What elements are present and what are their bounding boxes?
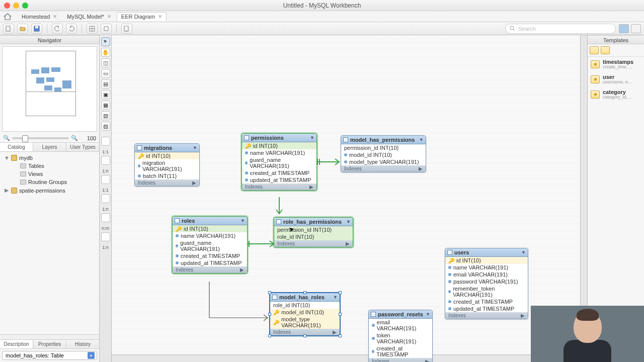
folder-icon xyxy=(20,171,26,176)
collapse-icon[interactable]: ▼ xyxy=(521,250,526,255)
rel-1-n-id-tool[interactable] xyxy=(101,194,110,203)
minimize-window-button[interactable] xyxy=(13,3,19,9)
rel-n-m-tool[interactable] xyxy=(101,213,110,222)
window-title: Untitled - MySQL Workbench xyxy=(283,2,361,9)
rel-label: n:m xyxy=(102,226,109,231)
collapse-icon[interactable]: ▼ xyxy=(333,295,338,300)
close-icon[interactable]: ✕ xyxy=(158,14,162,19)
catalog-tree[interactable]: ▼mydb Tables Views Routine Groups ▶spati… xyxy=(0,152,99,197)
undo-button[interactable] xyxy=(52,24,63,34)
zoom-window-button[interactable] xyxy=(22,3,28,9)
table-permissions[interactable]: permissions▼ 🔑id INT(10) name VARCHAR(19… xyxy=(242,133,317,191)
subtab-properties[interactable]: Properties xyxy=(33,340,66,348)
image-tool[interactable]: ▣ xyxy=(101,90,110,99)
rel-1-1-nonid-tool[interactable] xyxy=(101,137,110,146)
table-icon xyxy=(343,137,348,142)
rel-label: 1:1 xyxy=(102,188,109,193)
template-apply-icon[interactable] xyxy=(601,46,610,54)
align-toggle-button[interactable] xyxy=(101,24,112,34)
open-file-button[interactable] xyxy=(17,24,28,34)
template-item-category[interactable]: ★ categorycategory_id, ... xyxy=(588,87,644,102)
navigator-minimap[interactable] xyxy=(2,46,97,132)
close-window-button[interactable] xyxy=(4,3,10,9)
template-item-user[interactable]: ★ userusername, e... xyxy=(588,72,644,87)
layer-tool[interactable]: ▭ xyxy=(101,69,110,78)
template-icon: ★ xyxy=(591,60,600,68)
note-tool[interactable]: ▤ xyxy=(101,79,110,88)
eraser-tool[interactable]: ◫ xyxy=(101,58,110,67)
grid-toggle-button[interactable] xyxy=(87,24,98,34)
key-icon: 🔑 xyxy=(273,310,279,315)
diagram-canvas[interactable]: migrations▼ 🔑id INT(10) migration VARCHA… xyxy=(112,35,588,362)
template-icon: ★ xyxy=(591,75,600,83)
key-icon: 🔑 xyxy=(273,320,279,325)
database-icon xyxy=(11,155,17,161)
zoom-control: 🔍 🔍 100 xyxy=(0,134,99,143)
dropdown-icon[interactable]: ▾ xyxy=(88,352,95,359)
object-lookup-field[interactable]: ▾ xyxy=(2,351,97,360)
template-icon: ★ xyxy=(591,90,600,99)
table-migrations[interactable]: migrations▼ 🔑id INT(10) migration VARCHA… xyxy=(134,143,200,187)
tab-mysql-model[interactable]: MySQL Model*✕ xyxy=(62,12,116,21)
subtab-user-types[interactable]: User Types xyxy=(66,143,99,151)
table-model-has-permissions[interactable]: model_has_permissions▼ permission_id INT… xyxy=(341,135,426,172)
presenter-webcam xyxy=(531,306,644,362)
table-icon xyxy=(244,135,249,140)
tab-homestead[interactable]: Homestead✕ xyxy=(17,12,61,21)
routine-tool[interactable]: ▨ xyxy=(101,122,110,131)
collapse-icon[interactable]: ▼ xyxy=(240,218,245,223)
pointer-tool[interactable] xyxy=(101,37,110,46)
zoom-in-icon[interactable]: 🔍 xyxy=(71,135,78,141)
collapse-icon[interactable]: ▼ xyxy=(193,145,197,150)
rel-1-n-nonid-tool[interactable] xyxy=(101,156,110,165)
subtab-layers[interactable]: Layers xyxy=(33,143,66,151)
close-icon[interactable]: ✕ xyxy=(107,14,111,19)
rel-1-1-id-tool[interactable] xyxy=(101,175,110,184)
table-password-resets[interactable]: password_resets▼ email VARCHAR(191) toke… xyxy=(368,310,433,362)
key-icon: 🔑 xyxy=(448,258,454,263)
subtab-history[interactable]: History xyxy=(66,340,99,348)
key-icon: 🔑 xyxy=(245,143,251,149)
zoom-out-icon[interactable]: 🔍 xyxy=(3,135,10,141)
rel-existing-tool[interactable] xyxy=(101,232,110,241)
table-model-has-roles[interactable]: model_has_roles▼ role_id INT(10) 🔑model_… xyxy=(270,293,340,336)
svg-rect-5 xyxy=(124,26,128,31)
save-button[interactable] xyxy=(31,24,42,34)
navigator-panel: Navigator 🔍 🔍 100 Catalog Layers User Ty… xyxy=(0,35,100,362)
template-new-icon[interactable] xyxy=(590,46,599,54)
table-roles[interactable]: roles▼ 🔑id INT(10) name VARCHAR(191) gua… xyxy=(172,216,248,274)
subtab-catalog[interactable]: Catalog xyxy=(0,143,33,151)
svg-rect-4 xyxy=(104,27,108,31)
toggle-right-panel-button[interactable] xyxy=(631,24,641,33)
view-tool[interactable]: ▧ xyxy=(101,111,110,120)
collapse-icon[interactable]: ▼ xyxy=(310,135,314,140)
close-icon[interactable]: ✕ xyxy=(53,14,57,19)
collapse-icon[interactable]: ▼ xyxy=(346,219,351,224)
hand-tool[interactable]: ✋ xyxy=(101,48,110,57)
subtab-description[interactable]: Description xyxy=(0,340,33,348)
template-item-timestamps[interactable]: ★ timestampscreate_time, ... xyxy=(588,57,644,72)
export-button[interactable] xyxy=(121,24,132,34)
toggle-left-panel-button[interactable] xyxy=(619,24,629,33)
table-users[interactable]: users▼ 🔑id INT(10) name VARCHAR(191) ema… xyxy=(445,248,528,319)
folder-icon xyxy=(20,163,26,168)
collapse-icon[interactable]: ▼ xyxy=(426,312,430,317)
svg-rect-2 xyxy=(35,26,38,28)
table-icon xyxy=(447,250,452,255)
table-icon xyxy=(276,219,281,224)
new-file-button[interactable] xyxy=(3,24,14,34)
rel-label: 1:n xyxy=(102,245,109,250)
table-role-has-permissions[interactable]: role_has_permissions▼ permission_id INT(… xyxy=(274,217,353,247)
table-icon xyxy=(137,145,142,150)
tab-eer-diagram[interactable]: EER Diagram✕ xyxy=(117,12,167,21)
home-icon[interactable] xyxy=(2,12,13,21)
redo-button[interactable] xyxy=(66,24,77,34)
search-input[interactable]: Search xyxy=(505,24,616,34)
table-icon xyxy=(272,295,277,300)
navigator-scrollbar[interactable] xyxy=(0,334,99,339)
table-tool[interactable]: ▦ xyxy=(101,101,110,110)
collapse-icon[interactable]: ▼ xyxy=(419,137,424,142)
zoom-slider[interactable] xyxy=(12,137,69,139)
zoom-value: 100 xyxy=(80,135,96,141)
document-tabbar: Homestead✕ MySQL Model*✕ EER Diagram✕ xyxy=(0,11,644,22)
